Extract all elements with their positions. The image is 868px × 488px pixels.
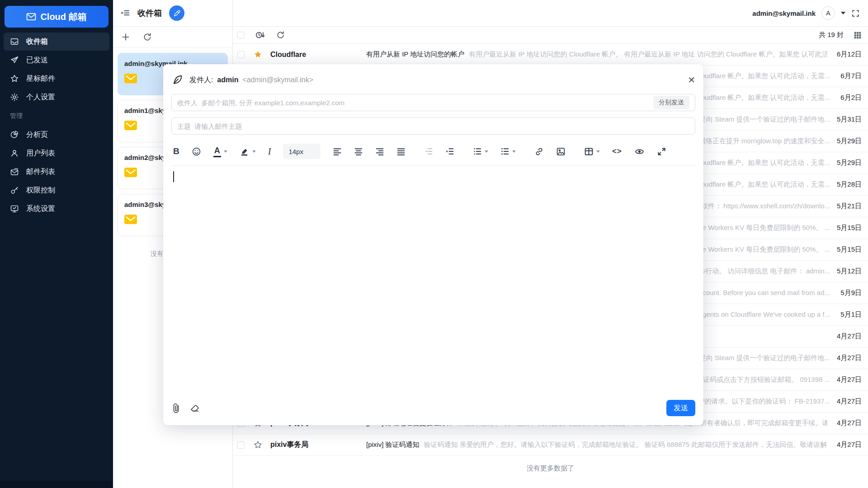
highlight-button[interactable]: [240, 147, 256, 156]
email-preview-tail: 需要向 Steam 提供一个验证过的电子邮件地...: [693, 354, 830, 362]
quill-icon: [171, 74, 183, 86]
sidebar-item-label: 权限控制: [26, 186, 55, 195]
sidebar-item-label: 邮件列表: [26, 167, 55, 177]
panel-title: 收件箱: [137, 8, 162, 19]
font-size-select[interactable]: 14px: [283, 144, 321, 159]
sidebar-item[interactable]: 收件箱: [4, 33, 109, 51]
add-account-icon[interactable]: [121, 33, 130, 42]
send-button[interactable]: 发送: [666, 400, 695, 416]
italic-button[interactable]: I: [268, 146, 271, 157]
sidebar-item-label: 收件箱: [26, 37, 48, 47]
align-justify-button[interactable]: [396, 147, 406, 155]
collapse-list-icon[interactable]: [120, 8, 130, 18]
sidebar-item[interactable]: 分析页: [4, 126, 109, 144]
sidebar: Cloud 邮箱 收件箱已发送星标邮件个人设置管理分析页用户列表邮件列表权限控制…: [0, 0, 113, 488]
gear-icon: [10, 93, 19, 102]
sidebar-item-label: 个人设置: [26, 93, 55, 102]
envelope-icon: [124, 121, 137, 130]
send-separately-button[interactable]: 分别发送: [653, 96, 689, 109]
fullscreen-editor-button[interactable]: [657, 147, 666, 156]
table-button[interactable]: [584, 147, 600, 156]
image-button[interactable]: [556, 147, 566, 156]
refresh-icon[interactable]: [143, 33, 152, 42]
compose-button[interactable]: [169, 5, 184, 21]
envelope-icon: [124, 168, 137, 177]
sidebar-item[interactable]: 权限控制: [4, 181, 109, 199]
sidebar-menu: 收件箱已发送星标邮件个人设置管理分析页用户列表邮件列表权限控制系统设置: [4, 33, 109, 218]
bold-button[interactable]: B: [173, 146, 179, 156]
sent-icon: [10, 56, 19, 65]
chevron-down-icon[interactable]: [841, 12, 845, 14]
star-icon[interactable]: [254, 441, 262, 449]
monitor-icon: [10, 204, 19, 213]
sidebar-item[interactable]: 用户列表: [4, 144, 109, 162]
email-row[interactable]: pixiv事务局[pixiv] 验证码通知验证码通知 亲爱的用户，您好。请输入以…: [233, 434, 868, 456]
row-checkbox[interactable]: [237, 441, 245, 449]
from-email: <admin@skymail.ink>: [242, 76, 313, 84]
text-cursor: [173, 171, 174, 182]
from-name: admin: [217, 76, 238, 84]
email-preview-tail: lare Workers KV 每日免费层限制的 50%。 ...: [695, 224, 830, 232]
attachment-icon[interactable]: [171, 403, 181, 413]
grid-view-icon[interactable]: [854, 31, 862, 39]
close-icon[interactable]: ✕: [688, 75, 695, 84]
select-all-checkbox[interactable]: [237, 32, 245, 39]
refresh-list-icon[interactable]: [276, 31, 285, 39]
email-date: 5月29日: [837, 137, 862, 145]
editor-toolbar: B A I 14px <>: [171, 144, 695, 166]
email-date: 5月1日: [840, 310, 862, 319]
subject-input[interactable]: [177, 122, 689, 130]
row-checkbox[interactable]: [237, 51, 245, 58]
recipient-input[interactable]: [177, 99, 653, 107]
email-date: 5月15日: [837, 245, 862, 254]
align-left-button[interactable]: [333, 147, 342, 155]
emoji-button[interactable]: [192, 147, 201, 156]
code-button[interactable]: <>: [612, 147, 622, 156]
email-preview-tail: 一步行动。 访问详细信息 电子邮件： admin...: [692, 267, 830, 276]
from-label: 发件人:: [189, 76, 213, 84]
app-logo-button[interactable]: Cloud 邮箱: [5, 6, 108, 28]
sidebar-item[interactable]: 星标邮件: [4, 70, 109, 88]
star-icon[interactable]: [254, 50, 262, 59]
indent-button[interactable]: [445, 147, 454, 155]
avatar[interactable]: A: [821, 6, 835, 20]
current-account-email: admin@skymail.ink: [752, 9, 816, 17]
sort-by-time-icon[interactable]: [255, 31, 265, 39]
email-date: 4月27日: [837, 397, 862, 406]
from-line: 发件人: admin <admin@skymail.ink>: [189, 75, 313, 85]
sidebar-item[interactable]: 系统设置: [4, 200, 109, 218]
envelope-icon: [124, 74, 137, 83]
compose-modal: 发件人: admin <admin@skymail.ink> ✕ 分别发送 B …: [163, 64, 703, 425]
fullscreen-icon[interactable]: [851, 9, 860, 18]
email-preview-tail: g agents on Cloudflare We've cooked up a…: [693, 310, 830, 318]
email-preview-tail: Cloudflare 帐户。如果您 认可此活动，无需...: [695, 72, 830, 80]
link-button[interactable]: [534, 147, 544, 156]
clear-format-icon[interactable]: [189, 403, 200, 413]
outdent-button[interactable]: [424, 147, 433, 155]
envelope-icon: [26, 13, 36, 21]
sidebar-item[interactable]: 个人设置: [4, 88, 109, 106]
font-color-button[interactable]: A: [213, 146, 227, 157]
chevron-down-icon: [485, 150, 488, 153]
sidebar-item[interactable]: 邮件列表: [4, 163, 109, 181]
sidebar-section-label: 管理: [4, 107, 109, 126]
subject-field-wrap: [171, 117, 695, 135]
preview-button[interactable]: [634, 147, 645, 156]
message-body-editor[interactable]: [171, 166, 695, 395]
align-center-button[interactable]: [354, 147, 363, 155]
email-date: 4月27日: [837, 375, 862, 384]
email-preview-tail: 需要向 Steam 提供一个验证过的电子邮件地...: [693, 115, 830, 124]
email-date: 5月21日: [837, 202, 862, 211]
star-icon: [10, 74, 19, 83]
chevron-down-icon: [224, 150, 227, 153]
sidebar-bottom-strip: [0, 481, 113, 488]
email-date: 6月7日: [840, 72, 862, 80]
email-preview-tail: 的软件： https://www.xshell.com/zh/downlo...: [694, 202, 830, 211]
bullet-list-button[interactable]: [473, 147, 488, 155]
numbered-list-button[interactable]: [500, 147, 516, 155]
email-row[interactable]: Cloudflare有用户从新 IP 地址访问您的帐户有用户最近从新 IP 地址…: [233, 44, 868, 66]
envelope-icon: [124, 215, 137, 224]
pie-icon: [10, 130, 19, 139]
align-right-button[interactable]: [375, 147, 384, 155]
sidebar-item[interactable]: 已发送: [4, 51, 109, 69]
